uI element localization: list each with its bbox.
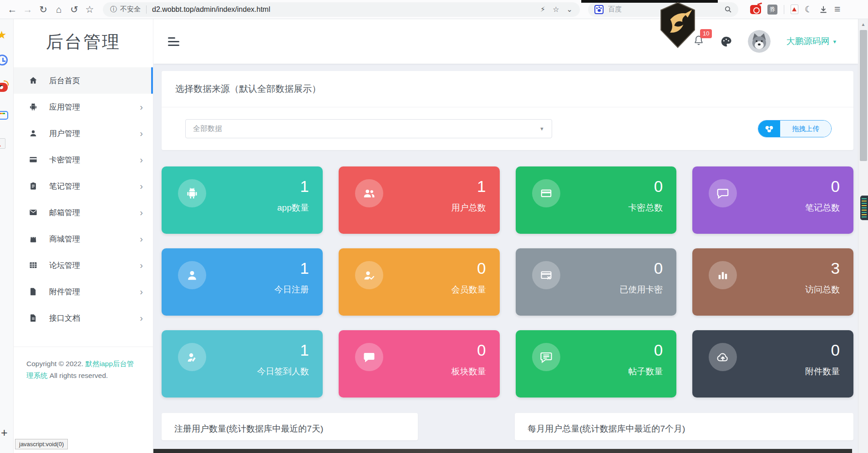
person-edit-icon (178, 343, 206, 371)
stat-card-boards: 0板块数量 (339, 330, 500, 398)
hummingbird-logo[interactable] (659, 2, 696, 48)
chevron-right-icon: › (140, 102, 143, 111)
person-check-icon (355, 261, 383, 289)
envelope-icon (28, 207, 38, 217)
floating-side-widget[interactable] (860, 196, 868, 220)
sidebar-item-apps[interactable]: 应用管理 › (14, 94, 153, 120)
charts-row: 注册用户数量(统计数据库中最近的7天) 每月用户总量(统计数据库中最近的7个月) (162, 413, 853, 440)
copyright: Copyright © 2022. 默然iapp后台管理系统 All right… (14, 347, 153, 392)
sidebar-item-users[interactable]: 用户管理 › (14, 120, 153, 146)
main-content: 选择数据来源（默认全部数据展示） 全部数据 ▼ 拖拽上传 1app数量 1用户总… (153, 64, 858, 453)
chevron-right-icon: › (140, 261, 143, 270)
chevron-right-icon: › (140, 313, 143, 322)
stat-card-attachments: 0附件数量 (692, 330, 853, 398)
weekly-users-panel: 注册用户数量(统计数据库中最近的7天) (162, 413, 418, 440)
chevron-down-icon[interactable]: ⌄ (567, 5, 573, 14)
scroll-up-icon[interactable]: ▲ (858, 19, 868, 27)
back-icon[interactable]: ← (5, 2, 20, 17)
sidebar-item-api-docs[interactable]: 接口文档 › (14, 305, 153, 331)
data-source-title: 选择数据来源（默认全部数据展示） (162, 71, 853, 107)
sidebar-item-shop[interactable]: 商城管理 › (14, 226, 153, 252)
chevron-right-icon: › (140, 208, 143, 217)
data-source-panel: 选择数据来源（默认全部数据展示） 全部数据 ▼ 拖拽上传 (162, 71, 853, 150)
stat-card-app-count: 1app数量 (162, 166, 323, 234)
history-clock-icon[interactable] (0, 55, 9, 66)
pdf-doc-icon[interactable] (0, 138, 9, 150)
sidebar-toggle-icon[interactable] (168, 37, 180, 46)
forward-icon[interactable]: → (20, 2, 36, 17)
chat-outline-icon (709, 179, 737, 207)
floating-window-bar (581, 0, 718, 3)
bookmark-star-icon[interactable]: ☆ (82, 2, 97, 17)
sidebar-item-dashboard[interactable]: 后台首页 (14, 67, 153, 94)
shopping-bag-icon (28, 234, 38, 244)
chevron-right-icon: › (140, 129, 143, 138)
stat-card-notes-total: 0笔记总数 (692, 166, 853, 234)
lightning-icon[interactable]: ⚡ (540, 5, 545, 14)
browser-toolbar: ← → ↻ ⌂ ↺ ☆ ⓘ 不安全 d2.wobbt.top/admin/ind… (0, 0, 868, 19)
avatar[interactable] (748, 30, 771, 53)
add-icon[interactable]: + (1, 426, 8, 439)
dark-mode-moon-icon[interactable]: ☾ (805, 4, 812, 15)
url-text[interactable]: d2.wobbt.top/admin/index/index.html (152, 5, 536, 14)
user-menu[interactable]: 大鹏源码网 ▾ (786, 35, 836, 47)
coupon-extension-icon[interactable]: 券 (767, 5, 777, 15)
select-caret-icon: ▼ (539, 126, 544, 131)
person-icon (28, 128, 38, 138)
sidebar-item-forum[interactable]: 论坛管理 › (14, 252, 153, 278)
chevron-right-icon: › (140, 155, 143, 164)
download-icon[interactable] (819, 5, 828, 14)
app-title: 后台管理 (14, 19, 153, 65)
card-x-icon (532, 261, 560, 289)
home-icon[interactable]: ⌂ (51, 2, 66, 17)
credit-card-icon (28, 155, 38, 165)
admin-sidebar: 后台管理 后台首页 应用管理 › 用户管理 › 卡密管理 › 笔记管理 › (14, 19, 153, 453)
notification-badge: 10 (700, 29, 712, 38)
sidebar-item-cardkeys[interactable]: 卡密管理 › (14, 146, 153, 173)
stat-card-today-registered: 1今日注册 (162, 248, 323, 316)
extension-camera-icon[interactable] (750, 5, 761, 14)
info-icon: ⓘ (110, 5, 117, 14)
data-source-select[interactable]: 全部数据 ▼ (185, 119, 552, 138)
history-back-icon[interactable]: ↺ (66, 2, 82, 17)
address-bar[interactable]: ⓘ 不安全 d2.wobbt.top/admin/index/index.htm… (103, 2, 580, 17)
browser-menu-icon[interactable]: ≡ (834, 3, 840, 15)
stat-card-used-cardkeys: 0已使用卡密 (516, 248, 677, 316)
sidebar-item-mail[interactable]: 邮箱管理 › (14, 199, 153, 226)
taskbar-edge (153, 449, 852, 453)
theme-palette-icon[interactable] (720, 35, 732, 48)
stat-cards-grid: 1app数量 1用户总数 0卡密总数 0笔记总数 1今日注册 0会员数量 0已使… (162, 166, 853, 398)
post-list-icon (532, 343, 560, 371)
stat-card-total-visits: 3访问总数 (692, 248, 853, 316)
pdf-extension-icon[interactable] (791, 5, 798, 14)
username: 大鹏源码网 (786, 35, 829, 47)
search-icon[interactable] (724, 5, 732, 13)
chevron-right-icon: › (140, 234, 143, 243)
monthly-users-panel: 每月用户总量(统计数据库中最近的7个月) (515, 413, 853, 440)
favorites-star-icon[interactable]: ★ (0, 29, 9, 41)
security-label: 不安全 (120, 5, 141, 14)
bookmarks-card-icon[interactable] (0, 111, 9, 123)
stat-card-today-checkins: 1今日签到人数 (162, 330, 323, 398)
group-icon (355, 179, 383, 207)
husky-avatar-image (748, 30, 771, 53)
page-scrollbar[interactable]: ▲ (858, 19, 868, 453)
stat-card-total-users: 1用户总数 (339, 166, 500, 234)
netdisk-upload-button[interactable]: 拖拽上传 (758, 120, 832, 137)
weibo-icon[interactable] (0, 83, 9, 95)
page-header: 10 大鹏源码网 ▾ (153, 19, 858, 64)
toolbar-divider (784, 5, 784, 14)
home-icon (28, 76, 38, 86)
file-icon (28, 287, 38, 297)
clipboard-icon (28, 181, 38, 191)
scrollbar-thumb[interactable] (860, 30, 867, 161)
favorite-star-icon[interactable]: ☆ (553, 5, 559, 14)
monthly-users-title: 每月用户总量(统计数据库中最近的7个月) (515, 413, 853, 440)
sidebar-item-notes[interactable]: 笔记管理 › (14, 173, 153, 199)
baidu-icon (594, 5, 604, 14)
bar-chart-icon (709, 261, 737, 289)
stat-card-posts: 0帖子数量 (516, 330, 677, 398)
reload-icon[interactable]: ↻ (36, 2, 51, 17)
sidebar-item-attachments[interactable]: 附件管理 › (14, 278, 153, 305)
url-divider (146, 5, 147, 14)
